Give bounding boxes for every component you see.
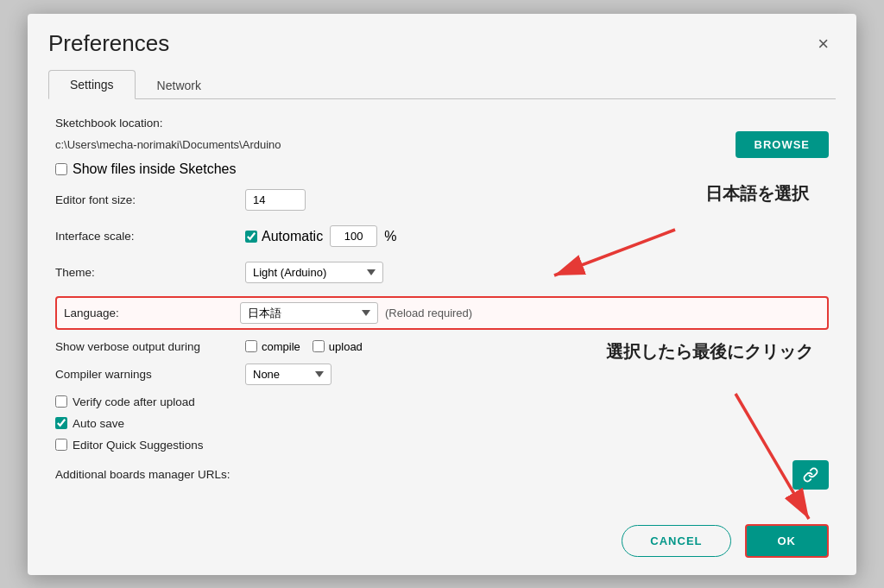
- auto-save-checkbox[interactable]: [55, 417, 67, 429]
- tab-settings[interactable]: Settings: [48, 70, 136, 99]
- scale-auto-checkbox[interactable]: [245, 231, 257, 243]
- verbose-upload-checkbox[interactable]: [313, 340, 325, 352]
- close-button[interactable]: ×: [811, 29, 836, 59]
- compiler-warnings-label: Compiler warnings: [55, 368, 245, 381]
- scale-value-input[interactable]: [330, 225, 377, 247]
- sketchbook-label: Sketchbook location:: [55, 117, 829, 130]
- show-files-row: Show files inside Sketches: [55, 161, 829, 177]
- verbose-compile-item: compile: [245, 340, 300, 353]
- dialog-header: Preferences ×: [28, 14, 856, 59]
- show-files-checkbox[interactable]: [55, 163, 67, 175]
- scale-controls: Automatic %: [245, 225, 396, 247]
- sketchbook-path: c:\Users\mecha-norimaki\Documents\Arduin…: [55, 138, 736, 151]
- scale-unit: %: [384, 229, 396, 244]
- verify-code-label: Verify code after upload: [73, 395, 195, 408]
- compiler-warnings-row: Compiler warnings None Default More All: [55, 364, 829, 385]
- verbose-row: Show verbose output during compile uploa…: [55, 340, 829, 353]
- language-row: Language: 日本語 English (Reload required): [55, 296, 829, 330]
- editor-font-size-row: Editor font size:: [55, 187, 829, 213]
- verbose-compile-checkbox[interactable]: [245, 340, 257, 352]
- reload-required-text: (Reload required): [385, 307, 472, 319]
- verbose-checks: compile upload: [245, 340, 363, 353]
- language-select[interactable]: 日本語 English: [240, 302, 378, 324]
- dialog-footer: CANCEL OK: [28, 517, 856, 575]
- verbose-upload-item: upload: [313, 340, 363, 353]
- additional-boards-label: Additional boards manager URLs:: [55, 468, 245, 481]
- scale-auto-check: Automatic: [245, 229, 323, 244]
- sketchbook-location-section: Sketchbook location: c:\Users\mecha-nori…: [55, 117, 829, 158]
- editor-quick-checkbox[interactable]: [55, 439, 67, 451]
- browse-button[interactable]: BROWSE: [736, 131, 830, 158]
- link-icon: [803, 467, 818, 483]
- verify-code-row: Verify code after upload: [55, 395, 829, 408]
- ok-button[interactable]: OK: [745, 524, 830, 558]
- language-label: Language:: [64, 307, 240, 319]
- auto-save-label: Auto save: [73, 417, 124, 430]
- cancel-button[interactable]: CANCEL: [622, 525, 730, 557]
- dialog-title: Preferences: [48, 30, 169, 57]
- verbose-upload-label: upload: [329, 340, 363, 353]
- show-files-label: Show files inside Sketches: [73, 161, 236, 177]
- settings-content: Sketchbook location: c:\Users\mecha-nori…: [28, 99, 856, 510]
- additional-boards-row: Additional boards manager URLs:: [55, 460, 829, 490]
- boards-url-link-button[interactable]: [792, 460, 829, 490]
- editor-font-size-input[interactable]: [245, 189, 306, 211]
- verbose-label: Show verbose output during: [55, 340, 245, 353]
- sketchbook-row: c:\Users\mecha-norimaki\Documents\Arduin…: [55, 131, 829, 158]
- interface-scale-label: Interface scale:: [55, 230, 245, 243]
- preferences-dialog: Preferences × Settings Network Sketchboo…: [28, 14, 856, 575]
- editor-quick-label: Editor Quick Suggestions: [73, 439, 204, 452]
- interface-scale-row: Interface scale: Automatic %: [55, 224, 829, 250]
- tab-network[interactable]: Network: [136, 71, 223, 99]
- verbose-compile-label: compile: [262, 340, 300, 353]
- verify-code-checkbox[interactable]: [55, 395, 67, 408]
- editor-font-size-label: Editor font size:: [55, 193, 245, 206]
- compiler-warnings-select[interactable]: None Default More All: [245, 364, 332, 385]
- theme-label: Theme:: [55, 266, 245, 279]
- theme-select[interactable]: Light (Arduino): [245, 262, 383, 283]
- auto-save-row: Auto save: [55, 417, 829, 430]
- tabs-bar: Settings Network: [48, 69, 836, 99]
- theme-row: Theme: Light (Arduino): [55, 260, 829, 286]
- editor-quick-row: Editor Quick Suggestions: [55, 439, 829, 452]
- scale-auto-label: Automatic: [262, 229, 323, 244]
